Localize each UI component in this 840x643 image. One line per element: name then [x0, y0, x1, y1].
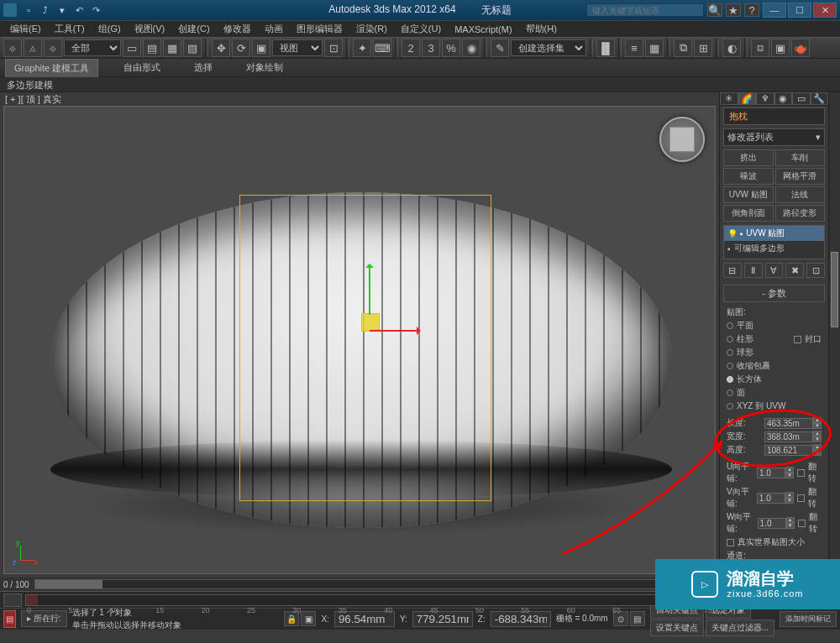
key-filter-button[interactable]: 关键点过滤器...: [706, 619, 774, 636]
mod-btn-pathdeform[interactable]: 路径变形: [775, 205, 826, 222]
spinner-up-icon[interactable]: ▲: [813, 417, 822, 423]
render-setup-icon[interactable]: ⧈: [751, 39, 769, 57]
spinner-down-icon[interactable]: ▼: [813, 423, 822, 429]
mod-btn-meshsmooth[interactable]: 网格平滑: [775, 168, 826, 185]
viewcube-icon[interactable]: [659, 117, 705, 162]
select-region-icon[interactable]: ▦: [163, 39, 181, 57]
u-tile-input[interactable]: [757, 468, 785, 478]
v-flip-checkbox[interactable]: [797, 494, 805, 502]
map-shrinkwrap[interactable]: 收缩包裹: [727, 359, 822, 373]
realworld-checkbox-row[interactable]: 真实世界贴图大小: [727, 536, 822, 549]
mod-btn-uvwmap[interactable]: UVW 贴图: [723, 186, 774, 203]
mini-viewport-icon[interactable]: [3, 593, 22, 607]
viewport-top[interactable]: yxz: [3, 106, 716, 574]
stack-item-uvw[interactable]: 💡 ▪ UVW 贴图: [724, 226, 824, 241]
close-button[interactable]: ✕: [813, 3, 837, 18]
manipulate-icon[interactable]: ✦: [353, 39, 371, 57]
script-listener-icon[interactable]: ▤: [3, 610, 16, 628]
move-icon[interactable]: ✥: [212, 39, 230, 57]
redo-icon[interactable]: ↷: [89, 3, 102, 17]
tab-display-icon[interactable]: ▭: [792, 92, 811, 105]
modifier-stack[interactable]: 💡 ▪ UVW 贴图 ▪ 可编辑多边形: [723, 225, 825, 259]
unlink-icon[interactable]: ⟑: [24, 39, 42, 57]
snap-angle-icon[interactable]: 3: [422, 39, 440, 57]
mod-btn-normal[interactable]: 法线: [775, 186, 826, 203]
mod-btn-extrude[interactable]: 挤出: [723, 149, 774, 166]
height-input[interactable]: [764, 445, 813, 456]
selection-filter-dropdown[interactable]: 全部: [64, 39, 121, 56]
remove-modifier-icon[interactable]: ✖: [785, 263, 804, 278]
rollout-parameters-title[interactable]: - 参数: [723, 285, 825, 302]
edit-named-sel-icon[interactable]: ✎: [491, 39, 509, 57]
bind-icon[interactable]: ⟐: [44, 39, 62, 57]
tab-motion-icon[interactable]: ◉: [774, 92, 793, 105]
favorite-icon[interactable]: ★: [726, 3, 741, 17]
map-cylindrical[interactable]: 柱形封口: [727, 332, 822, 346]
make-unique-icon[interactable]: ∀: [765, 263, 784, 278]
map-spherical[interactable]: 球形: [727, 346, 822, 359]
ribbon-tab-freeform[interactable]: 自由形式: [115, 59, 169, 76]
tab-hierarchy-icon[interactable]: ♆: [756, 92, 774, 105]
map-xyz[interactable]: XYZ 到 UVW: [727, 400, 822, 413]
configure-sets-icon[interactable]: ⊡: [806, 263, 825, 278]
viewport-label[interactable]: [ + ][ 顶 ] 真实: [0, 92, 719, 106]
tab-utilities-icon[interactable]: 🔧: [811, 92, 829, 105]
maximize-button[interactable]: ☐: [788, 3, 811, 18]
snap-2d-icon[interactable]: 2: [402, 39, 420, 57]
object-name-field[interactable]: 抱枕: [723, 107, 825, 125]
menu-customize[interactable]: 自定义(U): [394, 21, 448, 37]
gizmo-y-axis-icon[interactable]: [369, 266, 370, 315]
new-icon[interactable]: ▫: [22, 3, 35, 17]
stack-item-editpoly[interactable]: ▪ 可编辑多边形: [724, 241, 824, 256]
menu-edit[interactable]: 编辑(E): [3, 21, 48, 37]
keyboard-icon[interactable]: ⌨: [373, 39, 391, 57]
menu-group[interactable]: 组(G): [92, 21, 128, 37]
mod-btn-lathe[interactable]: 车削: [775, 149, 826, 166]
app-icon[interactable]: [3, 3, 17, 17]
scrollbar-thumb[interactable]: [35, 580, 102, 588]
add-time-tag-button[interactable]: 添加时间标记: [780, 611, 837, 627]
select-icon[interactable]: ▭: [123, 39, 141, 57]
menu-help[interactable]: 帮助(H): [519, 21, 564, 37]
window-crossing-icon[interactable]: ▧: [183, 39, 202, 57]
undo-icon[interactable]: ↶: [72, 3, 86, 17]
gizmo-x-axis-icon[interactable]: [370, 330, 418, 332]
map-planar[interactable]: 平面: [727, 319, 822, 332]
menu-rendering[interactable]: 渲染(R): [349, 21, 394, 37]
spinner-snap-icon[interactable]: ◉: [462, 39, 480, 57]
gizmo-xy-plane-icon[interactable]: [361, 313, 380, 332]
menu-tools[interactable]: 工具(T): [48, 21, 92, 37]
snap-percent-icon[interactable]: %: [442, 39, 460, 57]
save-icon[interactable]: ▾: [55, 3, 69, 17]
open-icon[interactable]: ⤴: [39, 3, 52, 17]
u-flip-checkbox[interactable]: [797, 469, 805, 477]
show-end-result-icon[interactable]: Ⅱ: [744, 263, 763, 278]
material-editor-icon[interactable]: ◐: [722, 39, 741, 57]
mirror-icon[interactable]: ▐▌: [596, 39, 615, 57]
ref-coord-dropdown[interactable]: 视图: [272, 39, 323, 56]
menu-graph[interactable]: 图形编辑器: [290, 21, 349, 37]
time-marker[interactable]: [26, 595, 38, 605]
mod-btn-noise[interactable]: 噪波: [723, 168, 774, 185]
link-icon[interactable]: ⟐: [3, 39, 22, 57]
minimize-button[interactable]: —: [763, 3, 786, 18]
ribbon-tab-selection[interactable]: 选择: [186, 59, 221, 76]
layers-icon[interactable]: ▦: [645, 39, 664, 57]
scrollbar-thumb[interactable]: [831, 252, 838, 327]
mod-btn-bevelprofile[interactable]: 倒角剖面: [723, 205, 774, 222]
v-tile-input[interactable]: [757, 493, 785, 504]
pin-stack-icon[interactable]: ⊟: [723, 263, 742, 278]
map-face[interactable]: 面: [727, 386, 822, 400]
search-icon[interactable]: 🔍: [707, 3, 722, 17]
menu-views[interactable]: 视图(V): [128, 21, 172, 37]
pivot-icon[interactable]: ⊡: [324, 39, 343, 57]
curve-editor-icon[interactable]: ⧉: [674, 39, 692, 57]
w-tile-input[interactable]: [758, 518, 786, 529]
named-selection-dropdown[interactable]: 创建选择集: [511, 39, 586, 56]
menu-modifiers[interactable]: 修改器: [217, 21, 258, 37]
tab-modify-icon[interactable]: 🌈: [738, 92, 757, 105]
tab-create-icon[interactable]: ✳: [720, 92, 738, 105]
menu-create[interactable]: 创建(C): [171, 21, 216, 37]
rotate-icon[interactable]: ⟳: [232, 39, 250, 57]
ribbon-tab-graphite[interactable]: Graphite 建模工具: [5, 59, 98, 77]
